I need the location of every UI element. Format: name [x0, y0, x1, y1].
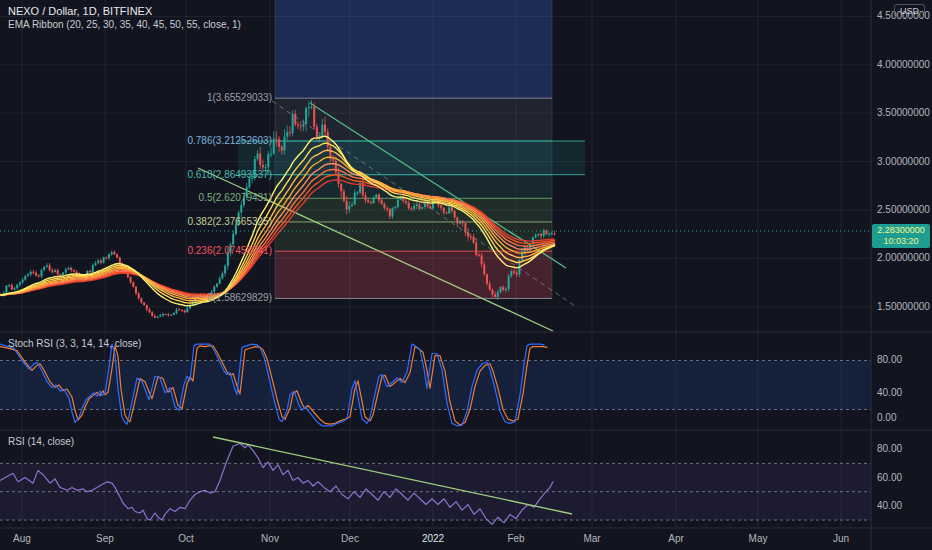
stoch-rsi-legend[interactable]: Stoch RSI (3, 3, 14, 14, close)	[8, 338, 141, 349]
month-label: Mar	[576, 533, 608, 545]
bar-countdown-timer: 10:03:20	[872, 236, 930, 247]
price-axis-label: 2.00000000	[877, 252, 930, 264]
fib-level-label: 0.5(2.62079431)	[72, 192, 272, 204]
price-axis-label: 4.00000000	[877, 59, 930, 71]
stoch-axis-label: 80.00	[877, 354, 902, 366]
currency-badge[interactable]: USD	[894, 4, 925, 18]
month-label: Nov	[254, 533, 286, 545]
fib-level-label: 0.786(3.21252603)	[72, 135, 272, 147]
month-label: May	[742, 533, 774, 545]
rsi-axis-label: 40.00	[877, 500, 902, 512]
rsi-panel	[0, 437, 871, 524]
price-axis-label: 1.50000000	[877, 301, 930, 313]
fib-level-label: 1(3.65529033)	[72, 92, 272, 104]
ema-ribbon-legend[interactable]: EMA Ribbon (20, 25, 30, 35, 40, 45, 50, …	[8, 19, 241, 30]
month-label: 2022	[417, 533, 449, 545]
month-label: Jun	[825, 533, 857, 545]
month-label: Apr	[660, 533, 692, 545]
chart-window: 4.500000004.000000003.500000003.00000000…	[0, 0, 932, 550]
fib-level-label: 0.382(2.37665325)	[72, 216, 272, 228]
month-label: Dec	[334, 533, 366, 545]
price-axis-label: 3.50000000	[877, 107, 930, 119]
price-axis-label: 2.50000000	[877, 204, 930, 216]
rsi-axis-label: 60.00	[877, 472, 902, 484]
rsi-axis-label: 80.00	[877, 443, 902, 455]
chart-canvas[interactable]	[0, 0, 932, 550]
teal-band	[238, 141, 585, 175]
symbol-legend[interactable]: NEXO / Dollar, 1D, BITFINEX	[8, 5, 152, 17]
fib-level-label: 0.236(2.07458041)	[72, 245, 272, 257]
price-axis-label: 3.00000000	[877, 156, 930, 168]
current-price-badge: 2.28300000 10:03:20	[872, 224, 930, 248]
stoch-axis-label: 40.00	[877, 387, 902, 399]
stoch-panel	[0, 344, 871, 426]
month-label: Aug	[6, 533, 38, 545]
current-price-value: 2.28300000	[872, 225, 930, 236]
month-label: Oct	[170, 533, 202, 545]
stoch-axis-label: 0.00	[877, 412, 896, 424]
month-label: Feb	[500, 533, 532, 545]
rsi-legend[interactable]: RSI (14, close)	[8, 436, 74, 447]
month-label: Sep	[89, 533, 121, 545]
fib-level-label: 0(1.58629829)	[72, 292, 272, 304]
fib-level-label: 0.618(2.86493537)	[72, 169, 272, 181]
